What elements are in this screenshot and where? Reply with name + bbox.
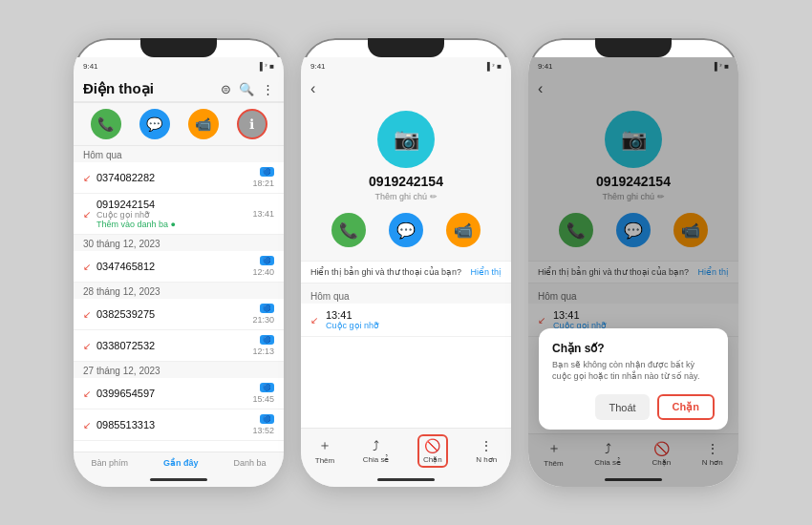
call-item-5[interactable]: ↙ 0338072532 🔵 12:13 [74, 330, 284, 362]
call-info-2: 0919242154 Cuộc gọi nhỡ Thêm vào danh ba… [96, 199, 252, 229]
hist-missed-icon-2: ↙ [310, 315, 318, 326]
more-label-2: N hơn [476, 455, 497, 464]
missed-call-icon: ↙ [83, 173, 91, 183]
quick-info-btn[interactable]: ℹ [237, 109, 267, 139]
call-badge-3: 🔵 [260, 256, 274, 265]
phone1-bottom-tabs: Bàn phím Gần đây Danh ba [74, 452, 284, 472]
phone2-bottom-actions: ＋ Thêm ⤴ Chia sẻ 🚫 Chặn ⋮ N hơn [301, 428, 511, 472]
phone1-header: Điện thoại ⊜ 🔍 ⋮ [74, 74, 284, 102]
status-icons: ▐ ᵌ ■ [257, 62, 274, 71]
block-modal-overlay: Chặn số? Bạn sẽ không còn nhận được bất … [528, 57, 738, 487]
call-item-3[interactable]: ↙ 0347465812 🔵 12:40 [74, 251, 284, 283]
phone1-frame: 9:41 ▐ ᵌ ■ Điện thoại ⊜ 🔍 ⋮ 📞 💬 📹 ℹ [74, 38, 284, 487]
quick-call-btn[interactable]: 📞 [91, 109, 121, 139]
action-share-2[interactable]: ⤴ Chia sẻ [363, 438, 390, 464]
phone2-notch [368, 38, 444, 57]
quick-actions-bar: 📞 💬 📹 ℹ [74, 102, 284, 146]
transcript-section-2: Hiển thị bản ghi và thư thoại của bạn? H… [301, 261, 511, 284]
back-button-2[interactable]: ‹ [310, 80, 315, 97]
action-block-2[interactable]: 🚫 Chặn [417, 434, 448, 468]
block-icon-2: 🚫 [424, 438, 440, 453]
phone3-frame: 9:41 ▐ ᵌ ■ ‹ 📷 0919242154 Thêm ghi chú ✏… [528, 38, 738, 487]
quick-message-btn[interactable]: 💬 [139, 109, 170, 139]
transcript-show-btn-2[interactable]: Hiển thị [470, 267, 502, 277]
call-badge-6: 🔵 [260, 383, 274, 392]
phone2-home-bar [301, 472, 511, 487]
add-label-2: Thêm [315, 456, 334, 465]
contact-number-2: 0919242154 [301, 174, 511, 189]
call-number-7: 0985513313 [96, 419, 252, 430]
missed-call-icon-7: ↙ [83, 420, 91, 430]
call-sub-2: Cuộc gọi nhỡ [96, 210, 252, 220]
action-more-2[interactable]: ⋮ N hơn [476, 438, 497, 464]
phone2-screen: 9:41 ▐ ᵌ ■ ‹ 📷 0919242154 Thêm ghi chú ✏… [301, 57, 511, 487]
call-time-2: 13:41 [252, 209, 274, 219]
modal-description: Bạn sẽ không còn nhận được bất kỳ cuộc g… [552, 359, 715, 383]
hist-time-2-1: 13:41 [326, 309, 379, 321]
history-label-2: Hôm qua [301, 287, 511, 304]
modal-buttons: Thoát Chặn [552, 394, 715, 420]
call-badge-1: 🔵 [260, 167, 274, 177]
phone2-frame: 9:41 ▐ ᵌ ■ ‹ 📷 0919242154 Thêm ghi chú ✏… [301, 38, 511, 487]
call-info-6: 0399654597 [96, 388, 252, 399]
call-item-6[interactable]: ↙ 0399654597 🔵 15:45 [74, 378, 284, 410]
time-4: 21:30 [252, 315, 274, 325]
section-27dec: 27 tháng 12, 2023 [74, 362, 284, 378]
call-time-4: 🔵 21:30 [252, 304, 274, 325]
call-number-5: 0338072532 [96, 340, 252, 351]
phones-container: 9:41 ▐ ᵌ ■ Điện thoại ⊜ 🔍 ⋮ 📞 💬 📹 ℹ [54, 19, 758, 506]
transcript-text-2: Hiển thị bản ghi và thư thoại của bạn? [310, 267, 461, 277]
missed-call-icon-3: ↙ [83, 262, 91, 272]
history-item-2-1[interactable]: ↙ 13:41 Cuộc gọi nhỡ [301, 304, 511, 337]
section-28dec: 28 tháng 12, 2023 [74, 283, 284, 299]
call-number-1: 0374082282 [96, 172, 252, 183]
contact-actions-2: 📞 💬 📹 [301, 209, 511, 251]
modal-confirm-btn[interactable]: Chặn [657, 394, 715, 420]
call-number-4: 0382539275 [96, 308, 252, 320]
share-label-2: Chia sẻ [363, 455, 390, 464]
note-link-2[interactable]: Thêm ghi chú ✏ [374, 192, 437, 201]
home-bar-line-2 [377, 478, 435, 481]
phone1-header-icons: ⊜ 🔍 ⋮ [221, 82, 274, 96]
section-30dec: 30 tháng 12, 2023 [74, 235, 284, 251]
action-add-2[interactable]: ＋ Thêm [315, 437, 334, 465]
quick-video-btn[interactable]: 📹 [188, 109, 219, 139]
missed-call-icon-6: ↙ [83, 388, 91, 399]
phone3-notch [595, 38, 672, 57]
modal-cancel-btn[interactable]: Thoát [595, 394, 649, 420]
call-sub-link-2[interactable]: Thêm vào danh ba ● [96, 220, 252, 229]
time-3: 12:40 [252, 267, 274, 277]
search-icon[interactable]: 🔍 [239, 82, 254, 96]
phone1-status-bar: 9:41 ▐ ᵌ ■ [74, 57, 284, 74]
status-time: 9:41 [83, 62, 98, 71]
tab-recent[interactable]: Gần đây [163, 458, 199, 468]
time-5: 12:13 [252, 346, 274, 356]
call-item-4[interactable]: ↙ 0382539275 🔵 21:30 [74, 299, 284, 330]
call-time-5: 🔵 12:13 [252, 335, 274, 356]
call-time-7: 🔵 13:52 [252, 414, 274, 435]
time-2: 13:41 [252, 209, 274, 219]
missed-call-icon-5: ↙ [83, 341, 91, 351]
tab-contacts[interactable]: Danh ba [233, 458, 266, 468]
call-item-2[interactable]: ↙ 0919242154 Cuộc gọi nhỡ Thêm vào danh … [74, 194, 284, 235]
call-item-7[interactable]: ↙ 0985513313 🔵 13:52 [74, 410, 284, 441]
call-info-7: 0985513313 [96, 419, 252, 430]
block-label-2: Chặn [423, 455, 442, 464]
call-history-section-2: Hôm qua ↙ 13:41 Cuộc gọi nhỡ [301, 287, 511, 428]
phone3-screen: 9:41 ▐ ᵌ ■ ‹ 📷 0919242154 Thêm ghi chú ✏… [528, 57, 738, 487]
contact-avatar-2: 📷 [377, 111, 435, 168]
share-icon-2: ⤴ [373, 438, 379, 453]
call-time-1: 🔵 18:21 [252, 167, 274, 188]
call-list: Hôm qua ↙ 0374082282 🔵 18:21 ↙ 091924215… [74, 146, 284, 452]
contact-call-btn-2[interactable]: 📞 [331, 213, 366, 247]
call-number-3: 0347465812 [96, 261, 252, 272]
contact-message-btn-2[interactable]: 💬 [389, 213, 423, 247]
contact-note-2[interactable]: Thêm ghi chú ✏ [301, 192, 511, 201]
call-item-1[interactable]: ↙ 0374082282 🔵 18:21 [74, 162, 284, 194]
contact-video-btn-2[interactable]: 📹 [446, 213, 481, 247]
filter-icon[interactable]: ⊜ [221, 82, 231, 96]
phone1-title: Điện thoại [83, 80, 154, 97]
tab-keyboard[interactable]: Bàn phím [91, 458, 128, 468]
block-modal-box: Chặn số? Bạn sẽ không còn nhận được bất … [539, 328, 728, 430]
more-icon[interactable]: ⋮ [262, 82, 274, 96]
